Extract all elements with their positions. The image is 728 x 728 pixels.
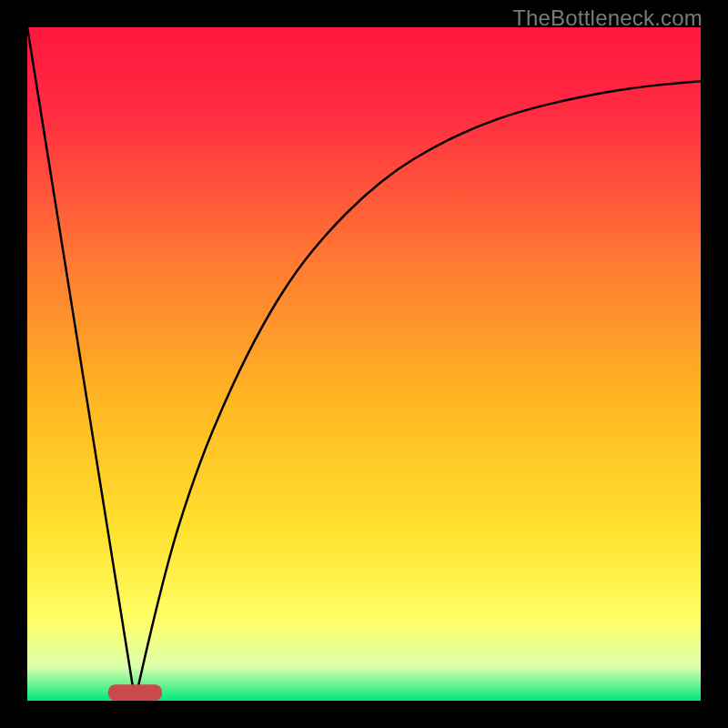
- optimal-marker: [108, 684, 162, 701]
- chart-container: TheBottleneck.com: [0, 0, 728, 728]
- gradient-background: [27, 27, 701, 701]
- bottleneck-plot: [27, 27, 701, 701]
